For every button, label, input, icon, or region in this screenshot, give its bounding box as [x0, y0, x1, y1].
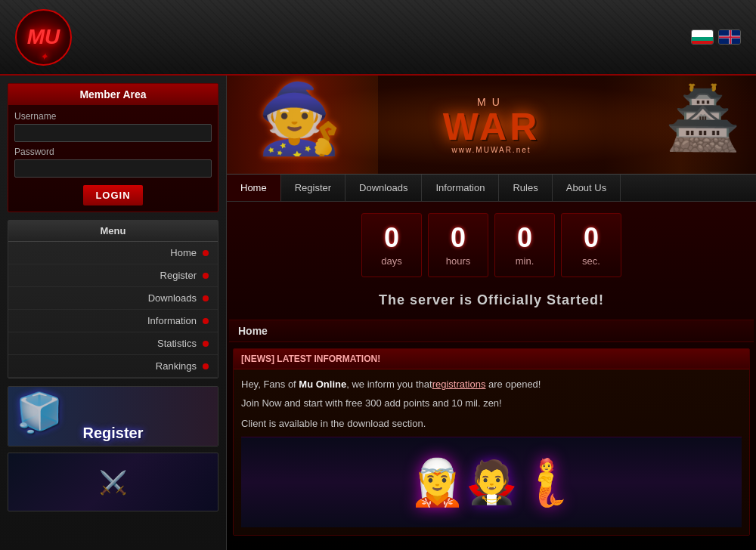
username-label: Username	[14, 111, 212, 122]
home-section-header: Home	[229, 320, 754, 342]
member-area: Member Area Username Password LOGIN	[8, 83, 218, 212]
countdown-sec: 0 sec.	[561, 213, 621, 277]
countdown-min: 0 min.	[494, 213, 555, 277]
sidebar-item-label-downloads: Downloads	[17, 292, 197, 304]
news-content: Hey, Fans of Mu Online, we inform you th…	[234, 369, 749, 535]
news-line3: Client is available in the download sect…	[241, 418, 742, 429]
nav-item-about[interactable]: About Us	[553, 175, 621, 201]
char-art-1: 🧝	[409, 456, 466, 509]
nav-item-rules[interactable]: Rules	[499, 175, 552, 201]
news-underline: registrations	[432, 379, 486, 390]
monster-figure: 🏯	[665, 83, 741, 154]
countdown-days-label: days	[381, 255, 401, 267]
username-input[interactable]	[14, 124, 212, 142]
flag-en[interactable]	[718, 29, 741, 45]
news-mid: , we inform you that	[346, 379, 432, 390]
sidebar-item-information[interactable]: Information	[8, 310, 218, 332]
news-bold: Mu Online	[299, 379, 346, 390]
news-box: [NEWS] LATEST INFORMATION! Hey, Fans of …	[233, 348, 750, 536]
register-banner-image: Register	[8, 387, 218, 446]
sidebar-item-register[interactable]: Register	[8, 264, 218, 287]
menu-dot-rankings	[203, 363, 209, 369]
flags-area	[691, 29, 741, 45]
countdown-min-label: min.	[516, 255, 534, 267]
countdown-days-value: 0	[384, 224, 399, 252]
nav-item-downloads[interactable]: Downloads	[345, 175, 422, 201]
banner-url: www.MUWAR.net	[451, 146, 531, 154]
countdown-hours-label: hours	[446, 255, 471, 267]
news-line1: Hey, Fans of Mu Online, we inform you th…	[241, 377, 742, 392]
status-message: The server is Officially Started!	[227, 289, 756, 320]
sidebar-item-label-register: Register	[17, 270, 197, 281]
nav-item-home[interactable]: Home	[227, 175, 281, 201]
logo-area: MU ✦	[15, 9, 72, 66]
password-label: Password	[14, 147, 212, 157]
logo[interactable]: MU ✦	[15, 9, 72, 66]
banner-area: 🧙 🏯 MU WAR www.MUWAR.net	[227, 76, 756, 174]
topbar: MU ✦	[0, 0, 756, 76]
countdown-hours-value: 0	[451, 224, 466, 252]
menu-dot-downloads	[203, 295, 209, 301]
nav-item-information[interactable]: Information	[422, 175, 499, 201]
sidebar-item-label-information: Information	[17, 315, 197, 326]
menu-dot-statistics	[203, 341, 209, 347]
login-button[interactable]: LOGIN	[83, 185, 142, 205]
countdown-hours: 0 hours	[428, 213, 488, 277]
register-banner[interactable]: Register	[8, 386, 218, 446]
menu-title: Menu	[8, 221, 218, 242]
countdown-sec-label: sec.	[582, 255, 600, 267]
menu-section: Menu Home Register Downloads Information	[8, 220, 218, 379]
member-area-title: Member Area	[8, 84, 218, 105]
nav-item-register[interactable]: Register	[281, 175, 345, 201]
banner-war-label: WAR	[443, 108, 541, 146]
right-content: 🧙 🏯 MU WAR www.MUWAR.net Home Register D…	[227, 76, 756, 550]
countdown-sec-value: 0	[584, 224, 599, 252]
logo-star: ✦	[41, 53, 47, 61]
char-art-3: 🧜	[518, 456, 575, 509]
sidebar-item-rankings[interactable]: Rankings	[8, 355, 218, 378]
countdown: 0 days 0 hours 0 min. 0 sec.	[227, 202, 756, 289]
menu-dot-information	[203, 318, 209, 324]
character-figure: 🧙	[257, 79, 342, 159]
news-line2: Join Now and start with free 300 add poi…	[241, 396, 742, 411]
sidebar-item-label-rankings: Rankings	[17, 360, 197, 372]
news-header: [NEWS] LATEST INFORMATION!	[234, 349, 749, 369]
second-banner[interactable]: ⚔️	[8, 453, 218, 511]
character-image-area: 🧝 🧛 🧜	[241, 437, 742, 527]
sidebar-item-home[interactable]: Home	[8, 242, 218, 264]
news-end: are opened!	[485, 379, 541, 390]
flag-bg[interactable]	[691, 29, 714, 45]
second-banner-icon: ⚔️	[99, 469, 127, 496]
logo-mu-text: MU	[27, 25, 60, 49]
char-art-2: 🧛	[466, 458, 518, 507]
countdown-min-value: 0	[517, 224, 532, 252]
news-pre: Hey, Fans of	[241, 379, 299, 390]
sidebar-item-downloads[interactable]: Downloads	[8, 287, 218, 310]
menu-dot-register	[203, 273, 209, 279]
sidebar-item-statistics[interactable]: Statistics	[8, 332, 218, 355]
nav: Home Register Downloads Information Rule…	[227, 174, 756, 202]
banner-center-logo: MU WAR www.MUWAR.net	[443, 96, 541, 154]
register-banner-label: Register	[82, 425, 143, 442]
menu-dot-home	[203, 250, 209, 256]
password-input[interactable]	[14, 159, 212, 178]
sidebar-item-label-statistics: Statistics	[17, 338, 197, 349]
sidebar-item-label-home: Home	[17, 247, 197, 258]
countdown-days: 0 days	[361, 213, 422, 277]
sidebar: Member Area Username Password LOGIN Menu…	[0, 76, 227, 550]
